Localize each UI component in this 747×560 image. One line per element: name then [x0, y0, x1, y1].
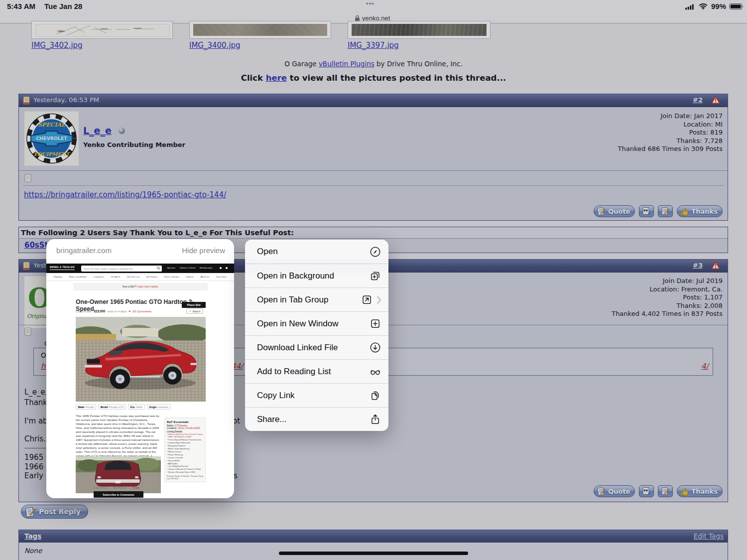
arrow-up-right-square-icon — [361, 293, 373, 306]
bat-theme-icon — [220, 267, 222, 269]
status-bar: 5:43 AM Tue Jan 28 ••• 99% — [0, 0, 747, 13]
multiquote-button[interactable] — [639, 205, 654, 217]
doc-on-doc-icon — [369, 389, 381, 402]
attachment-link[interactable]: IMG_3402.jpg — [31, 41, 83, 50]
bat-search-field — [81, 266, 162, 272]
bat-nav-bar: Shipping Makes and Models Categories Get… — [46, 273, 234, 281]
eyeglasses-icon — [369, 365, 381, 378]
wifi-icon — [699, 3, 708, 9]
bat-subscribe-button: Subscribe to Comments — [94, 491, 143, 498]
attachment-link[interactable]: IMG_3397.jpg — [348, 41, 399, 50]
username-link[interactable]: L_e_e — [83, 125, 112, 136]
bat-logo: BRING A TRAILER — [50, 266, 75, 270]
thumbs-up-icon — [680, 487, 690, 496]
bat-tag-chips: MakePontiac ModelPontiac GTO Era1960s Or… — [76, 404, 171, 410]
post-icon — [24, 327, 31, 336]
post-2: Yesterday, 06:53 PM #2 SPECIALEQUIPMENTC… — [18, 94, 728, 221]
attachment-thumbnail[interactable] — [348, 21, 491, 39]
battery-percent: 99% — [711, 2, 726, 10]
bat-essentials-box: BaT Essentials Seller: GTOSpraker Locati… — [164, 418, 206, 482]
menu-item-download-linked-file[interactable]: Download Linked File — [245, 335, 388, 359]
menu-item-copy-link[interactable]: Copy Link — [245, 383, 388, 407]
post-body-text: Chris. — [24, 434, 46, 443]
chevron-right-icon — [377, 296, 381, 304]
view-pictures-line: Click here to view all the pictures post… — [0, 73, 747, 83]
attachment-image-blueprint — [35, 24, 170, 37]
edit-tags-link[interactable]: Edit Tags — [694, 532, 724, 540]
svg-text:EQUIPMENT: EQUIPMENT — [34, 151, 71, 157]
heart-icon: ♥ — [129, 309, 131, 313]
thanks-button[interactable]: Thanks — [677, 485, 723, 497]
divider — [19, 170, 728, 171]
quick-reply-button[interactable] — [658, 485, 673, 497]
quote-button[interactable]: Quote — [594, 485, 635, 497]
menu-item-share[interactable]: Share... — [245, 407, 388, 431]
multiquote-icon — [642, 207, 651, 216]
battery-icon — [729, 3, 744, 10]
link-preview-card[interactable]: bringatrailer.com Hide preview BRING A T… — [46, 239, 234, 498]
link-context-menu: Open Open in Background Open in Tab Grou… — [245, 240, 388, 431]
bat-watch-button: ⚐Watch — [186, 308, 203, 314]
thanks-section-header: The Following 2 Users Say Thank You to L… — [19, 227, 728, 239]
menu-item-open[interactable]: Open — [245, 240, 388, 264]
plus-square-on-square-icon — [369, 270, 381, 282]
svg-text:CHEVROLET: CHEVROLET — [36, 136, 67, 141]
quoted-link-end[interactable]: 4/ — [701, 362, 709, 371]
menu-item-open-in-background[interactable]: Open in Background — [245, 264, 388, 287]
tags-header: Tags Edit Tags — [19, 530, 728, 543]
post-actions: Quote Thanks — [594, 205, 723, 217]
tags-value: None — [24, 547, 42, 555]
post-body-text: L_e_e, — [24, 388, 48, 397]
post-reply-button[interactable]: Post Reply — [21, 505, 88, 519]
thumbs-up-icon — [680, 207, 690, 216]
thanking-user-link[interactable]: 60sSt — [24, 241, 48, 250]
menu-item-open-in-new-window[interactable]: Open in New Window — [245, 311, 388, 335]
multiquote-icon — [642, 487, 651, 496]
bat-footer-meta: 2,134 views Bid History Share — [94, 486, 139, 489]
attachment-thumbnail[interactable] — [31, 21, 173, 39]
flag-icon: ⚐ — [189, 310, 191, 313]
post-actions: Quote Thanks — [594, 485, 723, 497]
report-post-icon[interactable] — [711, 261, 720, 270]
home-indicator[interactable] — [279, 552, 468, 555]
tags-title-link[interactable]: Tags — [24, 532, 41, 540]
attachment-link[interactable]: IMG_3400.jpg — [189, 41, 241, 50]
date: Tue Jan 28 — [44, 2, 82, 10]
attachment-thumbnail[interactable] — [189, 21, 331, 39]
bat-account-icon — [226, 267, 228, 269]
post-2-header: Yesterday, 06:53 PM #2 — [19, 94, 728, 107]
ipad-screen: 5:43 AM Tue Jan 28 ••• 99% yenko.net IMG… — [0, 0, 747, 560]
post-status-icon — [23, 96, 30, 105]
menu-item-open-in-tab-group[interactable]: Open in Tab Group — [245, 287, 388, 311]
post-body-link[interactable]: https://bringatrailer.com/listing/1965-p… — [24, 190, 226, 199]
menu-item-add-to-reading-list[interactable]: Add to Reading List — [245, 359, 388, 383]
quick-reply-button[interactable] — [658, 205, 673, 217]
report-post-icon[interactable] — [711, 96, 720, 104]
quick-reply-icon — [661, 207, 670, 216]
arrow-down-circle-icon — [369, 341, 381, 354]
multiquote-button[interactable] — [639, 485, 654, 497]
thanks-button[interactable]: Thanks — [677, 205, 723, 217]
multitask-dots-icon[interactable]: ••• — [366, 0, 374, 7]
quote-button[interactable]: Quote — [594, 205, 635, 217]
quote-pen-icon — [597, 487, 607, 496]
hide-preview-button[interactable]: Hide preview — [182, 246, 225, 255]
share-icon — [369, 413, 381, 425]
signature-text: Early ( — [24, 471, 49, 480]
attachment-image-gravel — [193, 24, 327, 36]
user-stats: Join Date: Jan 2017 Location: MI Posts: … — [513, 112, 723, 153]
post-number-link[interactable]: #3 — [693, 262, 703, 269]
attachment-image-metal — [352, 24, 487, 36]
bat-place-bid-button: Place Bid — [182, 302, 206, 308]
vbulletin-plugins-link[interactable]: vBulletin Plugins — [319, 60, 374, 68]
post-number-link[interactable]: #2 — [693, 96, 703, 104]
bat-header-bar: BRING A TRAILER Auctions Submit a Vehicl… — [46, 264, 234, 273]
clock: 5:43 AM — [7, 2, 35, 10]
preview-site-label: bringatrailer.com — [56, 246, 112, 255]
view-pictures-link[interactable]: here — [266, 73, 287, 83]
bat-main-photo — [76, 317, 206, 402]
plus-square-icon — [369, 317, 381, 330]
post-status-icon — [23, 262, 30, 270]
post-body-text: I'm ab — [24, 417, 48, 425]
avatar[interactable]: SPECIALEQUIPMENTCHEVROLET — [24, 111, 79, 166]
